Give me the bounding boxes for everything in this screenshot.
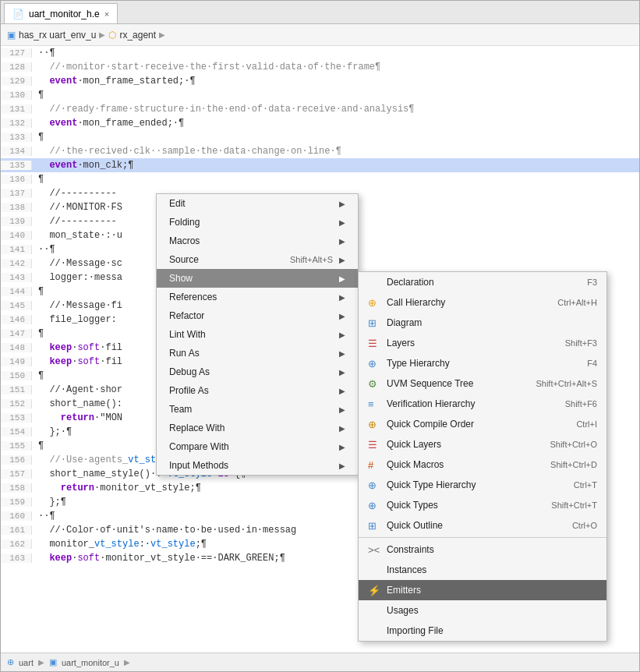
code-line: 130¶ bbox=[1, 88, 639, 102]
context-menu-item[interactable]: Folding▶ bbox=[157, 213, 358, 232]
context-menu-item[interactable]: Macros▶ bbox=[157, 232, 358, 250]
line-number: 159 bbox=[1, 497, 32, 507]
submenu-arrow-icon: ▶ bbox=[339, 462, 345, 470]
context-menu-item[interactable]: Run As▶ bbox=[157, 344, 358, 363]
submenu-item[interactable]: ☰LayersShift+F3 bbox=[359, 333, 606, 353]
line-content: event·mon_clk;¶ bbox=[32, 160, 133, 171]
code-line: 131 //·ready·frame·structure·in·the·end·… bbox=[1, 102, 639, 116]
submenu-item[interactable]: Instances bbox=[359, 560, 606, 580]
submenu-item[interactable]: ⊕Type HierarchyF4 bbox=[359, 353, 606, 373]
line-number: 161 bbox=[1, 525, 32, 535]
editor-tab[interactable]: 📄 uart_monitor_h.e × bbox=[4, 3, 118, 23]
menu-item-label: Show bbox=[169, 273, 193, 284]
verification-icon: ≡ bbox=[368, 398, 380, 410]
line-content: ¶ bbox=[32, 90, 44, 101]
submenu-item[interactable]: ⊞Quick OutlineCtrl+O bbox=[359, 515, 606, 536]
submenu-item[interactable]: ><Constraints bbox=[359, 539, 606, 560]
menu-item-label: Input Methods bbox=[169, 460, 228, 471]
bottom-bar: ⊕ uart ▶ ▣ uart_monitor_u ▶ bbox=[1, 653, 639, 671]
line-content: //·MONITOR·FS bbox=[32, 202, 122, 213]
context-menu-item[interactable]: Compare With▶ bbox=[157, 437, 358, 456]
context-menu-item[interactable]: SourceShift+Alt+S▶ bbox=[157, 250, 358, 269]
line-number: 153 bbox=[1, 413, 32, 423]
submenu-item[interactable]: DeclarationF3 bbox=[359, 272, 606, 292]
submenu-item[interactable]: ≡Verification HierarchyShift+F6 bbox=[359, 394, 606, 414]
line-number: 148 bbox=[1, 343, 32, 352]
line-number: 156 bbox=[1, 455, 32, 465]
empty-icon bbox=[368, 604, 380, 617]
macros-icon: # bbox=[368, 458, 380, 471]
uvm-icon: ⚙ bbox=[368, 377, 380, 390]
submenu-item[interactable]: ⊞Diagram bbox=[359, 313, 606, 333]
context-menu-item[interactable]: References▶ bbox=[157, 288, 358, 306]
bottom-bar-item-2[interactable]: uart_monitor_u bbox=[62, 658, 119, 667]
submenu-arrow-icon: ▶ bbox=[339, 237, 345, 246]
diagram-icon: ⊞ bbox=[368, 317, 380, 329]
bottom-bar-item-1[interactable]: uart bbox=[19, 658, 34, 667]
submenu-item-shortcut: F4 bbox=[587, 359, 597, 368]
submenu-arrow-icon: ▶ bbox=[339, 293, 345, 302]
line-content: //·monitor·start·receive·the·first·valid… bbox=[32, 62, 380, 73]
line-content: //·Agent·shor bbox=[32, 384, 122, 395]
line-number: 160 bbox=[1, 511, 32, 521]
submenu-item[interactable]: #Quick MacrosShift+Ctrl+D bbox=[359, 454, 606, 475]
submenu-item-label: Emitters bbox=[387, 585, 591, 596]
context-menu-item[interactable]: Team▶ bbox=[157, 400, 358, 419]
breadcrumb-label-2[interactable]: rx_agent bbox=[119, 30, 156, 41]
breadcrumb-label-1[interactable]: has_rx uart_env_u bbox=[19, 30, 96, 41]
line-number: 133 bbox=[1, 133, 32, 142]
submenu-item[interactable]: ⊕Quick TypesShift+Ctrl+T bbox=[359, 495, 606, 515]
code-line: 136¶ bbox=[1, 172, 639, 186]
context-menu-item[interactable]: Input Methods▶ bbox=[157, 456, 358, 475]
code-line: 133¶ bbox=[1, 130, 639, 144]
submenu-item[interactable]: Importing File bbox=[359, 621, 606, 641]
context-menu-item[interactable]: Profile As▶ bbox=[157, 381, 358, 400]
submenu-arrow-icon: ▶ bbox=[339, 218, 345, 227]
code-line: 134 //·the·recived·clk··sample·the·data·… bbox=[1, 144, 639, 158]
line-content: return·"MON bbox=[32, 412, 122, 423]
code-line: 129 event·mon_frame_started;·¶ bbox=[1, 74, 639, 88]
submenu-item[interactable]: ⊕Call HierarchyCtrl+Alt+H bbox=[359, 292, 606, 313]
submenu-item-label: Quick Types bbox=[387, 500, 545, 511]
line-content: keep·soft·monitor_vt_style·==·DARK_GREEN… bbox=[32, 553, 285, 564]
line-content: ··¶ bbox=[32, 244, 55, 255]
context-menu-item[interactable]: Lint With▶ bbox=[157, 325, 358, 344]
menu-item-label: Macros bbox=[169, 235, 200, 246]
submenu-item-label: Quick Macros bbox=[387, 459, 544, 470]
tab-close[interactable]: × bbox=[104, 9, 109, 19]
line-number: 140 bbox=[1, 231, 32, 240]
submenu-item[interactable]: ☰Quick LayersShift+Ctrl+O bbox=[359, 434, 606, 454]
context-menu-item[interactable]: Edit▶ bbox=[157, 194, 358, 213]
line-content: ··¶ bbox=[32, 48, 55, 58]
context-menu-item[interactable]: Replace With▶ bbox=[157, 419, 358, 437]
line-content: keep·soft·fil bbox=[32, 356, 122, 367]
line-number: 141 bbox=[1, 245, 32, 254]
empty-icon bbox=[368, 276, 380, 288]
line-number: 151 bbox=[1, 385, 32, 394]
line-number: 145 bbox=[1, 301, 32, 310]
submenu-item[interactable]: ⊕Quick Type HierarchyCtrl+T bbox=[359, 475, 606, 495]
line-content: ¶ bbox=[32, 174, 44, 185]
constraints-icon: >< bbox=[368, 543, 380, 556]
line-content: ¶ bbox=[32, 328, 44, 339]
line-number: 136 bbox=[1, 175, 32, 184]
submenu-item[interactable]: ⚙UVM Sequence TreeShift+Ctrl+Alt+S bbox=[359, 373, 606, 394]
line-number: 130 bbox=[1, 90, 32, 100]
submenu-item[interactable]: Usages bbox=[359, 600, 606, 621]
menu-item-label: Debug As bbox=[169, 366, 210, 377]
context-menu-item[interactable]: Debug As▶ bbox=[157, 363, 358, 381]
line-content: event·mon_frame_ended;·¶ bbox=[32, 118, 184, 129]
line-number: 163 bbox=[1, 554, 32, 563]
submenu-item-label: Importing File bbox=[387, 625, 591, 636]
menu-item-label: Run As bbox=[169, 348, 200, 359]
submenu-item-label: Instances bbox=[387, 564, 591, 575]
submenu-item-label: Quick Compile Order bbox=[387, 419, 570, 430]
submenu-item[interactable]: ⚡Emitters bbox=[359, 580, 606, 600]
line-number: 157 bbox=[1, 469, 32, 479]
quick-types-icon: ⊕ bbox=[368, 499, 380, 511]
context-menu-item[interactable]: Refactor▶ bbox=[157, 306, 358, 325]
line-content: logger:·messa bbox=[32, 272, 122, 283]
line-content: //·Message·fi bbox=[32, 300, 122, 311]
submenu-item[interactable]: ⊕Quick Compile OrderCtrl+I bbox=[359, 414, 606, 434]
context-menu-item[interactable]: Show▶ bbox=[157, 269, 358, 288]
